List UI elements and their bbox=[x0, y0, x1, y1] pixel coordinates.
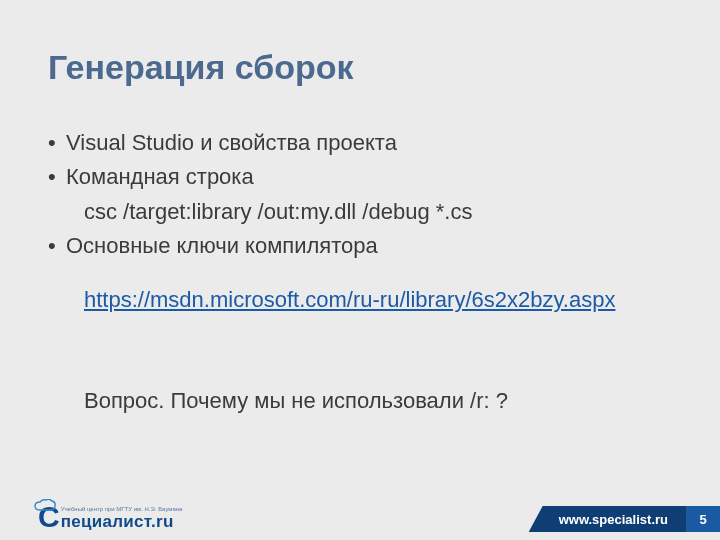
brand-logo: С Учебный центр при МГТУ им. Н.Э. Бауман… bbox=[38, 502, 182, 532]
footer-right: www.specialist.ru 5 bbox=[529, 506, 720, 532]
logo-letter: С bbox=[38, 502, 60, 532]
cloud-icon bbox=[34, 499, 56, 513]
question-text: Вопрос. Почему мы не использовали /r: ? bbox=[48, 386, 672, 416]
page-number: 5 bbox=[686, 506, 720, 532]
slide: Генерация сборок Visual Studio и свойств… bbox=[0, 0, 720, 540]
slide-body: Visual Studio и свойства проекта Командн… bbox=[48, 128, 672, 416]
bullet-item: Visual Studio и свойства проекта bbox=[48, 128, 672, 158]
slide-title: Генерация сборок bbox=[48, 48, 672, 87]
code-line: csc /target:library /out:my.dll /debug *… bbox=[48, 197, 672, 227]
bullet-item: Основные ключи компилятора bbox=[48, 231, 672, 261]
bullet-item: Командная строка bbox=[48, 162, 672, 192]
hyperlink[interactable]: https://msdn.microsoft.com/ru-ru/library… bbox=[48, 285, 672, 315]
site-url-chip: www.specialist.ru bbox=[529, 506, 686, 532]
logo-wordmark: пециалист.ru bbox=[61, 513, 183, 530]
slide-footer: С Учебный центр при МГТУ им. Н.Э. Бауман… bbox=[0, 492, 720, 540]
